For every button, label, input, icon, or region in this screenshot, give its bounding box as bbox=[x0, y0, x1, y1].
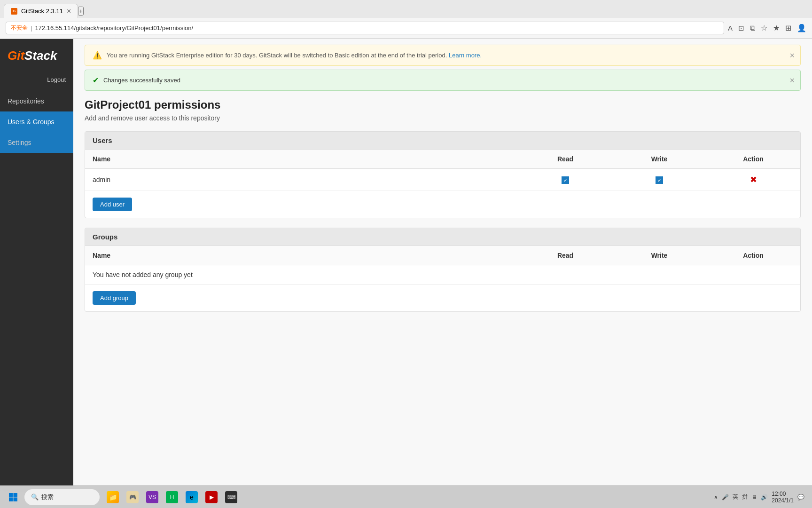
alert-success-close[interactable]: × bbox=[789, 76, 795, 85]
svg-rect-1 bbox=[14, 493, 18, 497]
users-section: Users Name Read Write Action admin bbox=[85, 131, 801, 218]
groups-col-write: Write bbox=[612, 246, 706, 265]
sidebar-item-users-groups[interactable]: Users & Groups bbox=[0, 111, 73, 132]
users-col-action: Action bbox=[706, 150, 800, 169]
sidebar-item-label: Repositories bbox=[8, 97, 44, 105]
users-col-write: Write bbox=[612, 150, 706, 169]
add-group-button[interactable]: Add group bbox=[93, 291, 136, 305]
sidebar-item-repositories[interactable]: Repositories bbox=[0, 91, 73, 111]
alert-success: ✔ Changes successfully saved × bbox=[85, 70, 801, 91]
new-tab-button[interactable]: + bbox=[78, 7, 84, 16]
delete-user-button[interactable]: ✖ bbox=[750, 175, 757, 184]
taskbar-app-herd[interactable]: H bbox=[163, 488, 181, 507]
alerts-area: ⚠️ You are running GitStack Enterprise e… bbox=[73, 39, 812, 91]
success-icon: ✔ bbox=[93, 76, 99, 85]
taskbar-app-edge[interactable]: e bbox=[182, 488, 201, 507]
svg-rect-0 bbox=[9, 493, 13, 497]
logo-git: Git bbox=[8, 48, 24, 63]
tab-close-button[interactable]: × bbox=[67, 8, 71, 15]
svg-rect-3 bbox=[14, 497, 18, 501]
language-cn[interactable]: 拼 bbox=[742, 493, 748, 501]
user-write-cell: ✓ bbox=[612, 169, 706, 191]
vs-icon: VS bbox=[146, 491, 158, 503]
url-text: 172.16.55.114/gitstack/repository/GitPro… bbox=[35, 24, 193, 32]
collections-icon[interactable]: ⊞ bbox=[785, 24, 791, 32]
favorites-list-icon[interactable]: ★ bbox=[773, 24, 780, 32]
read-checkbox[interactable]: ✓ bbox=[562, 176, 569, 184]
app-icon-1: 🎮 bbox=[126, 491, 139, 503]
page-subtitle: Add and remove user access to this repos… bbox=[85, 114, 801, 122]
main-content: ⚠️ You are running GitStack Enterprise e… bbox=[73, 39, 812, 486]
profile-icon[interactable]: 👤 bbox=[797, 24, 806, 32]
groups-empty-message: You have not added any group yet bbox=[85, 265, 800, 285]
clock: 12:002024/1/1 bbox=[772, 491, 794, 504]
content-wrapper: GitProject01 permissions Add and remove … bbox=[73, 98, 812, 312]
taskbar-search-box[interactable]: 🔍 搜索 bbox=[24, 489, 100, 505]
warning-icon: ⚠️ bbox=[93, 51, 102, 60]
sidebar: GitStack Logout Repositories Users & Gro… bbox=[0, 39, 73, 486]
logo-stack: Stack bbox=[24, 48, 57, 63]
windows-logo-icon bbox=[8, 492, 18, 502]
system-tray-icons: ∧ bbox=[714, 494, 718, 500]
table-row: admin ✓ ✓ ✖ bbox=[85, 169, 800, 191]
svg-rect-2 bbox=[9, 497, 13, 501]
file-explorer-icon: 📁 bbox=[107, 491, 119, 503]
security-warning: 不安全 bbox=[11, 24, 28, 32]
user-read-cell: ✓ bbox=[518, 169, 612, 191]
users-table-header-row: Name Read Write Action bbox=[85, 150, 800, 169]
groups-section: Groups Name Read Write Action You have n… bbox=[85, 228, 801, 312]
tab-favicon: G bbox=[11, 8, 17, 15]
display-icon[interactable]: 🖥 bbox=[751, 494, 757, 500]
alert-warning-text: You are running GitStack Enterprise edit… bbox=[107, 52, 482, 59]
sidebar-nav: Repositories Users & Groups Settings bbox=[0, 91, 73, 153]
groups-table-header-row: Name Read Write Action bbox=[85, 246, 800, 265]
favorites-icon[interactable]: ☆ bbox=[761, 24, 767, 32]
language-en[interactable]: 英 bbox=[733, 493, 738, 501]
search-icon: 🔍 bbox=[31, 493, 39, 500]
learn-more-link[interactable]: Learn more. bbox=[449, 52, 482, 59]
taskbar-app-terminal[interactable]: ⌨ bbox=[222, 488, 241, 507]
app-logo: GitStack bbox=[0, 39, 73, 72]
groups-table: Name Read Write Action You have not adde… bbox=[85, 246, 800, 285]
logout-button[interactable]: Logout bbox=[0, 72, 73, 87]
sidebar-item-label: Users & Groups bbox=[8, 118, 55, 126]
groups-col-read: Read bbox=[518, 246, 612, 265]
alert-warning: ⚠️ You are running GitStack Enterprise e… bbox=[85, 45, 801, 66]
users-col-name: Name bbox=[85, 150, 518, 169]
alert-warning-close[interactable]: × bbox=[789, 51, 795, 60]
users-section-header: Users bbox=[85, 132, 800, 150]
sidebar-item-label: Settings bbox=[8, 139, 31, 146]
app-layout: GitStack Logout Repositories Users & Gro… bbox=[0, 39, 812, 486]
write-checkbox[interactable]: ✓ bbox=[656, 176, 663, 184]
browser-tab[interactable]: G GitStack 2.3.11 × bbox=[4, 4, 78, 18]
url-input[interactable]: 不安全 | 172.16.55.114/gitstack/repository/… bbox=[6, 22, 724, 34]
taskbar-app-5[interactable]: ▶ bbox=[202, 488, 221, 507]
translate-icon[interactable]: A bbox=[728, 24, 733, 32]
users-table: Name Read Write Action admin ✓ bbox=[85, 150, 800, 191]
add-user-button[interactable]: Add user bbox=[93, 198, 132, 211]
tab-title: GitStack 2.3.11 bbox=[21, 8, 63, 15]
user-action-cell: ✖ bbox=[706, 169, 800, 191]
add-group-area: Add group bbox=[85, 285, 800, 311]
taskbar-app-visualstudio[interactable]: VS bbox=[143, 488, 162, 507]
taskbar-pinned-apps: 📁 🎮 VS H e ▶ ⌨ bbox=[103, 488, 241, 507]
browser-toolbar: A ⊡ ⧉ ☆ ★ ⊞ 👤 bbox=[728, 24, 806, 32]
taskbar-app-fileexplorer[interactable]: 📁 bbox=[103, 488, 122, 507]
page-title: GitProject01 permissions bbox=[85, 98, 801, 111]
tab-bar: G GitStack 2.3.11 × + bbox=[0, 0, 812, 18]
start-button[interactable] bbox=[4, 489, 23, 506]
microphone-icon[interactable]: 🎤 bbox=[722, 494, 729, 500]
add-user-area: Add user bbox=[85, 191, 800, 218]
sidebar-item-settings[interactable]: Settings bbox=[0, 132, 73, 153]
taskbar-app-1[interactable]: 🎮 bbox=[123, 488, 142, 507]
terminal-icon: ⌨ bbox=[225, 491, 237, 503]
immersive-reader-icon[interactable]: ⊡ bbox=[738, 24, 744, 32]
browser-chrome: G GitStack 2.3.11 × + 不安全 | 172.16.55.11… bbox=[0, 0, 812, 39]
split-screen-icon[interactable]: ⧉ bbox=[750, 24, 755, 32]
alert-success-text: Changes successfully saved bbox=[103, 77, 180, 84]
taskbar: 🔍 搜索 📁 🎮 VS H e ▶ ⌨ ∧ 🎤 英 拼 🖥 🔊 12:002 bbox=[0, 485, 812, 508]
notification-icon[interactable]: 💬 bbox=[797, 494, 804, 500]
search-label: 搜索 bbox=[41, 493, 54, 501]
volume-icon[interactable]: 🔊 bbox=[761, 494, 768, 500]
herd-icon: H bbox=[166, 491, 178, 503]
